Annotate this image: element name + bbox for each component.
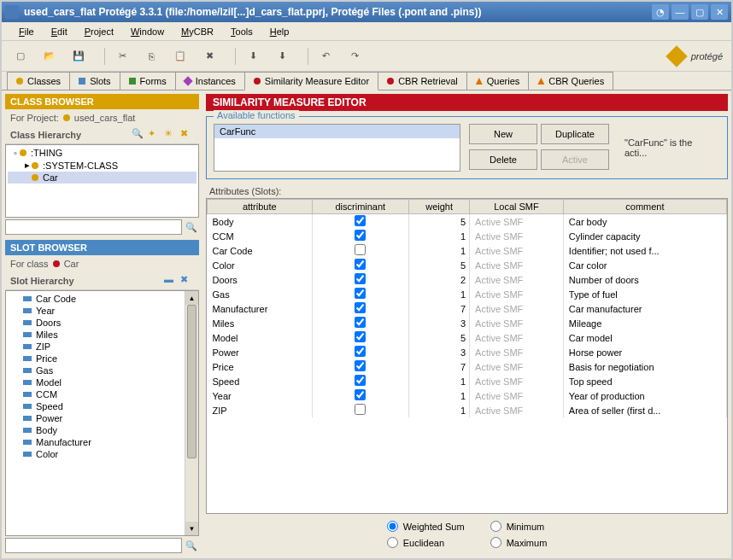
slot-tree-item[interactable]: Doors [8,317,196,329]
save-icon[interactable]: 💾 [68,46,89,67]
tab-forms[interactable]: Forms [120,72,176,90]
slot-tree-item[interactable]: ZIP [8,341,196,353]
minimize-button[interactable]: — [671,4,689,20]
archive-icon[interactable]: ⬇ [243,46,263,67]
radio-weighted-sum[interactable]: Weighted Sum [387,521,465,532]
slot-tree-item[interactable]: Price [8,353,196,365]
table-row[interactable]: Doors2Active SMFNumber of doors [208,272,727,287]
class-action1-icon[interactable]: 🔍 [132,128,145,142]
table-row[interactable]: Power3Active SMFHorse power [208,345,727,359]
menu-tools[interactable]: Tools [222,26,261,37]
slot-search-input[interactable] [5,538,182,553]
slot-tree-item[interactable]: Color [8,448,196,460]
table-row[interactable]: CCM1Active SMFCylinder capacity [208,229,727,243]
tab-queries[interactable]: Queries [466,72,530,90]
slot-action2-icon[interactable]: ✖ [180,274,194,288]
discriminant-checkbox[interactable] [355,389,366,400]
tab-cbr-queries[interactable]: CBR Queries [528,72,613,90]
slot-tree-item[interactable]: Gas [8,365,196,376]
slot-scrollbar[interactable]: ▲ ▼ [185,291,198,535]
discriminant-checkbox[interactable] [355,259,366,270]
slot-tree-item[interactable]: Speed [8,400,196,412]
table-row[interactable]: Color5Active SMFCar color [208,258,727,272]
table-row[interactable]: Price7Active SMFBasis for negotiation [208,359,727,374]
discriminant-checkbox[interactable] [355,273,366,284]
column-header[interactable]: attribute [208,200,313,214]
tab-similarity-measure-editor[interactable]: Similarity Measure Editor [244,72,378,90]
tab-cbr-retrieval[interactable]: CBR Retrieval [378,72,467,90]
discriminant-checkbox[interactable] [355,230,366,241]
class-tree-item[interactable]: Car [8,172,196,184]
close-button[interactable]: ✕ [711,4,728,20]
discriminant-checkbox[interactable] [355,404,366,415]
new-file-icon[interactable]: ▢ [10,46,31,67]
class-search-icon[interactable]: 🔍 [184,219,199,235]
discriminant-checkbox[interactable] [355,288,366,299]
function-item[interactable]: CarFunc [214,125,460,138]
menu-project[interactable]: Project [76,26,122,37]
discriminant-checkbox[interactable] [355,244,366,255]
slot-tree-item[interactable]: Body [8,424,196,436]
class-action3-icon[interactable]: ☀ [164,128,178,142]
archive2-icon[interactable]: ⬇ [272,46,292,67]
radio-maximum[interactable]: Maximum [490,537,548,548]
menu-window[interactable]: Window [122,26,173,37]
discriminant-checkbox[interactable] [355,331,366,342]
paste-icon[interactable]: 📋 [170,46,191,67]
duplicate-button[interactable]: Duplicate [541,124,609,144]
slot-tree[interactable]: Car CodeYearDoorsMilesZIPPriceGasModelCC… [5,290,199,536]
tab-slots[interactable]: Slots [69,72,120,90]
class-tree-item[interactable]: ▸:SYSTEM-CLASS [8,159,196,172]
menu-file[interactable]: File [10,26,43,37]
discriminant-checkbox[interactable] [355,346,366,357]
menu-mycbr[interactable]: MyCBR [173,26,222,37]
delete-icon[interactable]: ✖ [199,46,220,67]
table-row[interactable]: Manufacturer7Active SMFCar manufacturer [208,301,727,316]
cut-icon[interactable]: ✂ [112,46,132,67]
scroll-thumb[interactable] [187,305,196,458]
discriminant-checkbox[interactable] [355,215,366,226]
table-row[interactable]: Speed1Active SMFTop speed [208,374,727,388]
table-row[interactable]: ZIP1Active SMFArea of seller (first d... [208,403,727,417]
table-row[interactable]: Miles3Active SMFMileage [208,316,727,330]
table-row[interactable]: Model5Active SMFCar model [208,330,727,345]
attributes-table[interactable]: attributediscriminantweightLocal SMFcomm… [207,199,727,417]
delete-button[interactable]: Delete [469,149,537,170]
table-row[interactable]: Year1Active SMFYear of production [208,388,727,403]
class-action2-icon[interactable]: ✦ [148,128,161,142]
table-row[interactable]: Car Code1Active SMFIdentifier; not used … [208,243,727,258]
column-header[interactable]: discriminant [312,200,409,214]
slot-tree-item[interactable]: Year [8,305,196,317]
discriminant-checkbox[interactable] [355,302,366,313]
scroll-down-icon[interactable]: ▼ [185,522,198,535]
class-action4-icon[interactable]: ✖ [180,128,194,142]
slot-tree-item[interactable]: CCM [8,388,196,400]
radio-euclidean[interactable]: Euclidean [387,537,465,548]
slot-search-icon[interactable]: 🔍 [184,538,199,553]
slot-tree-item[interactable]: Power [8,412,196,424]
slot-tree-item[interactable]: Manufacturer [8,436,196,448]
discriminant-checkbox[interactable] [355,375,366,386]
class-tree[interactable]: ◦:THING▸:SYSTEM-CLASSCar [5,144,199,218]
discriminant-checkbox[interactable] [355,317,366,328]
functions-list[interactable]: CarFunc [214,124,460,172]
slot-action1-icon[interactable]: ▬ [164,274,178,288]
column-header[interactable]: Local SMF [470,200,564,214]
menu-help[interactable]: Help [261,26,298,37]
tab-classes[interactable]: Classes [7,72,70,90]
discriminant-checkbox[interactable] [355,360,366,371]
column-header[interactable]: comment [563,200,726,214]
table-row[interactable]: Gas1Active SMFType of fuel [208,287,727,301]
tab-instances[interactable]: Instances [175,72,245,90]
table-row[interactable]: Body5Active SMFCar body [208,214,727,230]
new-button[interactable]: New [469,124,537,144]
open-file-icon[interactable]: 📂 [39,46,60,67]
undo-icon[interactable]: ↶ [315,46,336,67]
copy-icon[interactable]: ⎘ [141,46,161,67]
redo-icon[interactable]: ↷ [344,46,365,67]
class-search-input[interactable] [5,219,182,235]
column-header[interactable]: weight [409,200,470,214]
menu-edit[interactable]: Edit [43,26,76,37]
active-button[interactable]: Active [541,149,609,170]
slot-tree-item[interactable]: Car Code [8,293,196,305]
